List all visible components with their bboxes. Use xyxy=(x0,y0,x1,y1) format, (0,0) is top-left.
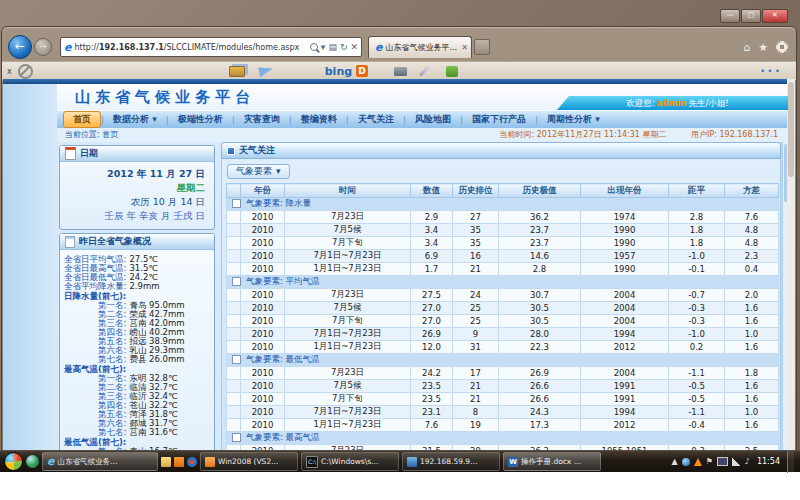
pinned-app-icon[interactable] xyxy=(174,457,184,467)
menu-item-5[interactable]: 整编资料 xyxy=(292,112,346,127)
taskbar-clock[interactable]: 11:54 xyxy=(757,457,780,466)
table-cell: 21 xyxy=(453,393,499,406)
row-blank-cell xyxy=(227,289,241,302)
table-cell: -0.5 xyxy=(669,393,725,406)
group-cell: 气象要素: 降水量 xyxy=(227,198,779,211)
forward-button[interactable]: → xyxy=(34,38,52,56)
taskbar-window-button-rdp[interactable]: 192.168.59.99... xyxy=(402,452,500,471)
favorites-star-icon[interactable]: ★ xyxy=(758,41,768,54)
browser-tab[interactable]: e 山东省气候业务平... ✕ xyxy=(368,36,472,58)
taskbar-window-button-word[interactable]: W操作手册.docx ... xyxy=(503,452,601,471)
group-checkbox[interactable] xyxy=(232,355,241,364)
window-caption-buttons: — ▢ ✕ xyxy=(720,9,788,23)
action-center-flag-icon[interactable]: ⚑ xyxy=(706,457,713,466)
close-window-button[interactable]: ✕ xyxy=(762,9,788,23)
taskbar-window-button-cmd[interactable]: C:\C:\Windows\s... xyxy=(301,452,399,471)
element-filter-button[interactable]: 气象要素 ▾ xyxy=(227,164,290,179)
browser-ball-icon[interactable] xyxy=(26,455,39,468)
start-button[interactable] xyxy=(4,452,23,471)
table-cell: 2010 xyxy=(241,419,285,432)
search-icon[interactable] xyxy=(310,43,318,51)
table-cell: -1.0 xyxy=(669,328,725,341)
taskbar-window-button-vm[interactable]: Win2008 (VS2... xyxy=(200,452,298,471)
network-signal-icon[interactable] xyxy=(732,458,741,466)
table-cell: 2012 xyxy=(581,419,669,432)
menu-item-6[interactable]: 天气关注 xyxy=(349,112,403,127)
table-cell: 35 xyxy=(453,224,499,237)
breadcrumb-bar: 当前位置: 首页 当前时间: 2012年11月27日 11:14:31 星期二 … xyxy=(57,128,788,142)
weather-panel-header: 天气关注 xyxy=(221,142,781,159)
home-icon[interactable]: ⌂ xyxy=(743,41,750,54)
wrench-icon[interactable] xyxy=(419,66,430,77)
table-cell: 2010 xyxy=(241,263,285,276)
group-checkbox[interactable] xyxy=(232,433,241,442)
table-cell: 26.6 xyxy=(499,393,581,406)
table-cell: 23.5 xyxy=(411,380,453,393)
menu-item-8[interactable]: 国家下行产品 xyxy=(463,112,535,127)
d-app-icon[interactable]: D xyxy=(356,65,368,77)
wallet-cards-icon[interactable] xyxy=(229,66,245,77)
table-cell: 23.7 xyxy=(499,224,581,237)
minimize-button[interactable]: — xyxy=(720,9,740,23)
toolbar-close-icon[interactable]: x xyxy=(7,67,12,76)
menu-item-4[interactable]: 灾害查询 xyxy=(235,112,289,127)
browser-scrollbar-thumb[interactable] xyxy=(788,82,794,177)
table-group-row[interactable]: 气象要素: 最低气温 xyxy=(227,354,779,367)
table-cell: 2.8 xyxy=(669,211,725,224)
browser-scrollbar[interactable] xyxy=(787,79,795,450)
url-text[interactable]: http://192.168.137.1/SLCCLIMATE/modules/… xyxy=(74,43,309,52)
tray-expand-icon[interactable]: ▲ xyxy=(672,457,678,466)
table-group-row[interactable]: 气象要素: 最高气温 xyxy=(227,432,779,445)
volume-icon[interactable]: ♪ xyxy=(745,457,750,466)
bing-logo[interactable]: bing xyxy=(325,65,352,78)
table-cell: 7月1日~7月23日 xyxy=(285,250,411,263)
table-cell: 14.6 xyxy=(499,250,581,263)
rdp-icon xyxy=(407,457,417,467)
table-cell: 23.5 xyxy=(411,393,453,406)
menu-item-2[interactable]: 数据分析 ▾ xyxy=(104,112,166,127)
compatibility-icon[interactable]: ▤ xyxy=(328,42,337,52)
address-bar[interactable]: e http://192.168.137.1/SLCCLIMATE/module… xyxy=(60,37,362,57)
menu-item-1[interactable]: 首页 xyxy=(63,111,101,128)
table-cell: 30.7 xyxy=(499,289,581,302)
menu-item-3[interactable]: 极端性分析 xyxy=(169,112,232,127)
explorer-folder-icon[interactable] xyxy=(161,457,171,467)
table-row: 20107月1日~7月23日26.9928.01994-1.01.0 xyxy=(227,328,779,341)
table-cell: -0.5 xyxy=(669,380,725,393)
menu-item-7[interactable]: 风险地图 xyxy=(406,112,460,127)
calendar-panel-title: 日期 xyxy=(80,147,98,160)
toolbar-overflow-icon[interactable]: ••• xyxy=(760,66,782,76)
green-app-icon[interactable] xyxy=(446,66,458,77)
table-cell: 1990 xyxy=(581,263,669,276)
main-menu: 首页|数据分析 ▾|极端性分析|灾害查询|整编资料|天气关注|风险地图|国家下行… xyxy=(57,110,788,128)
table-cell: 17 xyxy=(453,367,499,380)
group-checkbox[interactable] xyxy=(232,277,241,286)
table-cell: 1.0 xyxy=(725,328,779,341)
taskbar-button-label: 192.168.59.99... xyxy=(420,457,482,466)
table-cell: 27.0 xyxy=(411,302,453,315)
show-desktop-button[interactable] xyxy=(787,451,794,473)
search-dropdown-icon[interactable]: ▾ xyxy=(321,42,326,52)
taskbar-ie-button[interactable]: e 山东省气候业务平... xyxy=(42,452,158,471)
maximize-button[interactable]: ▢ xyxy=(741,9,761,23)
popup-blocked-icon[interactable] xyxy=(18,64,33,79)
display-icon[interactable] xyxy=(717,457,728,466)
stop-icon[interactable]: ✕ xyxy=(350,42,358,52)
tools-gear-icon[interactable] xyxy=(776,41,788,53)
network-globe-icon[interactable] xyxy=(682,458,690,466)
new-tab-button[interactable] xyxy=(474,39,490,55)
table-cell: 36.2 xyxy=(499,211,581,224)
table-group-row[interactable]: 气象要素: 平均气温 xyxy=(227,276,779,289)
paper-plane-icon[interactable] xyxy=(258,65,274,78)
tab-close-icon[interactable]: ✕ xyxy=(461,43,468,52)
menu-item-9[interactable]: 周期性分析 ▾ xyxy=(538,112,609,127)
refresh-icon[interactable]: ↻ xyxy=(340,42,348,52)
camera-icon[interactable] xyxy=(394,67,407,76)
group-checkbox[interactable] xyxy=(232,199,241,208)
table-row: 20107月5候3.43523.719901.84.8 xyxy=(227,224,779,237)
table-cell: 2010 xyxy=(241,406,285,419)
media-player-icon[interactable] xyxy=(187,457,197,467)
table-group-row[interactable]: 气象要素: 降水量 xyxy=(227,198,779,211)
back-button[interactable]: ← xyxy=(8,35,32,59)
flame-app-icon[interactable] xyxy=(694,458,702,466)
